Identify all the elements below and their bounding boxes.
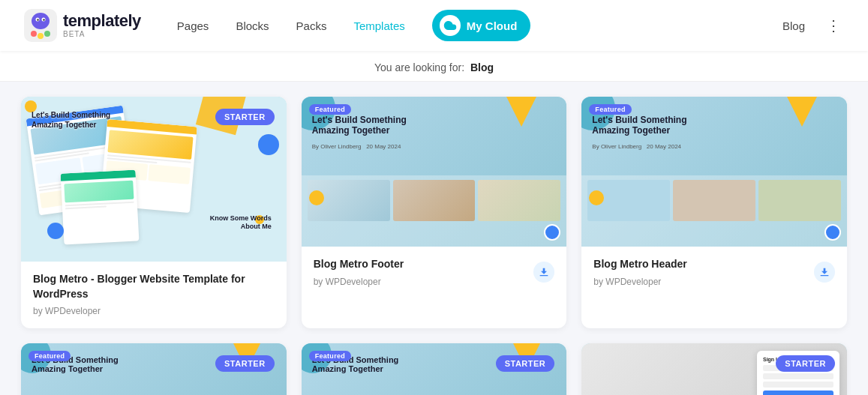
card-partial-4[interactable]: Featured Let's Build Something Amazing T… [21, 343, 287, 395]
card-blog-metro-footer[interactable]: Featured Let's Build Something Amazing T… [302, 97, 567, 328]
download-icon-2 [538, 266, 550, 278]
metro-b3-3 [758, 180, 841, 221]
card-title-3: Blog Metro Header [593, 257, 686, 272]
card-thumb-6: BLOG Sign Up to Blog STARTER [581, 343, 847, 395]
nav-pages[interactable]: Pages [177, 16, 209, 35]
logo-text-wrap: templately Beta [63, 13, 141, 38]
starter-badge-5: STARTER [496, 355, 555, 372]
svg-point-7 [38, 33, 44, 39]
page-mockup-3 [61, 169, 140, 244]
featured-pill-4: Featured [29, 351, 71, 361]
big-text-overlay: Let's Build Something Amazing Together [32, 110, 110, 130]
metro-preview-2: Featured Let's Build Something Amazing T… [302, 97, 567, 247]
svg-point-8 [44, 31, 50, 37]
metro-preview-3: Featured Let's Build Something Amazing T… [581, 97, 847, 247]
metro-preview-blocks-3 [581, 175, 847, 247]
cloud-icon [440, 15, 461, 36]
signup-field-2 [763, 373, 833, 379]
metro-author-2: By Oliver Lindberg 20 May 2024 [312, 143, 401, 150]
deco-circle-3 [258, 134, 279, 155]
card-thumb-2: Featured Let's Build Something Amazing T… [302, 97, 567, 247]
metro-preview-blocks-2 [302, 175, 567, 247]
card-partial-5[interactable]: Featured Let's Build Something Amazing T… [302, 343, 567, 395]
logo-icon [24, 9, 57, 42]
download-button-2[interactable] [533, 262, 554, 283]
nav-templates[interactable]: Templates [353, 16, 404, 35]
featured-pill-5: Featured [309, 351, 351, 361]
card-blog-metro-full[interactable]: Let's Build Something Amazing Together K… [21, 97, 287, 328]
my-cloud-button[interactable]: My Cloud [432, 10, 531, 41]
starter-badge-1: STARTER [215, 109, 275, 125]
search-term: Blog [470, 61, 494, 73]
download-icon-3 [818, 266, 830, 278]
metro-row-3 [587, 180, 841, 221]
card-footer-2: Blog Metro Footer by WPDeveloper [314, 257, 555, 287]
featured-pill-2: Featured [309, 104, 351, 115]
signup-field-3 [763, 382, 833, 388]
card-thumb-5: Featured Let's Build Something Amazing T… [302, 343, 567, 395]
know-text: Know Some WordsAbout Me [210, 214, 272, 232]
blog-tag: Blog [782, 19, 805, 32]
card-body-2: Blog Metro Footer by WPDeveloper [302, 247, 567, 299]
signup-form-btn [763, 391, 833, 395]
metro-row-2 [308, 180, 561, 221]
header: templately Beta Pages Blocks Packs Templ… [0, 0, 868, 51]
starter-badge-6: STARTER [776, 355, 835, 372]
card-partial-6[interactable]: BLOG Sign Up to Blog STARTER [581, 343, 847, 395]
metro-text-3: Let's Build Something Amazing Together [592, 115, 686, 136]
card-thumb-4: Featured Let's Build Something Amazing T… [21, 343, 287, 395]
nav-packs[interactable]: Packs [296, 16, 327, 35]
metro-deco-circle-2 [309, 190, 324, 205]
header-more-icon[interactable]: ⋮ [823, 16, 844, 34]
metro-block-2 [393, 180, 476, 221]
svg-point-1 [32, 13, 50, 29]
card-author-1: by WPDeveloper [33, 306, 275, 316]
svg-point-4 [37, 19, 38, 20]
nav-blocks[interactable]: Blocks [236, 16, 269, 35]
card-author-3: by WPDeveloper [593, 277, 686, 287]
template-grid: Let's Build Something Amazing Together K… [0, 82, 868, 395]
starter-badge-4: STARTER [215, 355, 275, 372]
svg-point-5 [43, 19, 44, 20]
header-right: Blog ⋮ [782, 16, 844, 34]
card-thumb-3: Featured Let's Build Something Amazing T… [581, 97, 847, 247]
metro-avatar-3 [824, 224, 841, 241]
card-author-2: by WPDeveloper [314, 277, 404, 287]
metro-text-2: Let's Build Something Amazing Together [312, 115, 407, 136]
looking-label: You are looking for: [374, 61, 464, 73]
deco-circle-2 [47, 223, 64, 239]
logo-name: templately [63, 13, 141, 29]
logo-beta: Beta [63, 31, 141, 38]
main-nav: Pages Blocks Packs Templates My Cloud [177, 10, 782, 41]
card-title-1: Blog Metro - Blogger Website Template fo… [33, 272, 275, 301]
deco-triangle-3 [787, 97, 817, 127]
svg-point-6 [31, 31, 37, 37]
card-footer-3: Blog Metro Header by WPDeveloper [593, 257, 835, 287]
download-button-3[interactable] [814, 262, 835, 283]
metro-b2-3 [673, 180, 755, 221]
metro-block-3 [478, 180, 560, 221]
card-title-2: Blog Metro Footer [314, 257, 404, 272]
my-cloud-label: My Cloud [467, 19, 518, 32]
card-body-1: Blog Metro - Blogger Website Template fo… [21, 262, 287, 328]
deco-triangle-2 [506, 97, 536, 127]
metro-author-3: By Oliver Lindberg 20 May 2024 [592, 143, 681, 150]
card-body-3: Blog Metro Header by WPDeveloper [581, 247, 847, 299]
card-thumb-1: Let's Build Something Amazing Together K… [21, 97, 287, 262]
search-bar: You are looking for: Blog [0, 51, 868, 82]
featured-pill-3: Featured [589, 104, 631, 115]
card-blog-metro-header[interactable]: Featured Let's Build Something Amazing T… [581, 97, 847, 328]
logo-area[interactable]: templately Beta [24, 9, 141, 42]
